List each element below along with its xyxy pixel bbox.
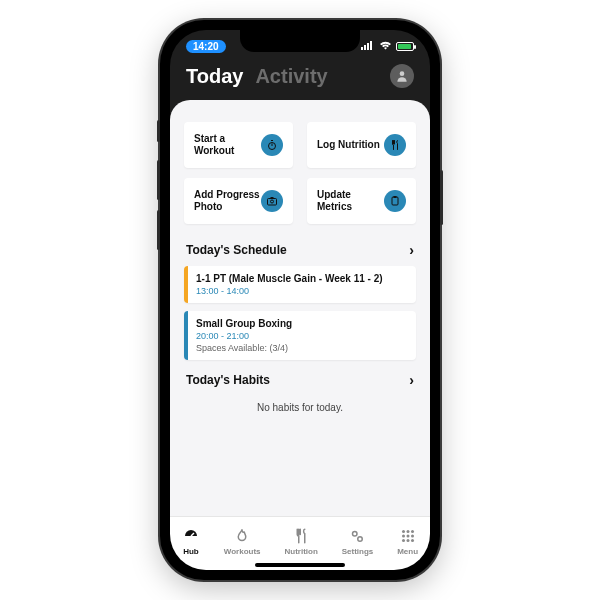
svg-point-15: [358, 537, 363, 542]
section-title: Today's Schedule: [186, 243, 287, 257]
nav-workouts[interactable]: Workouts: [224, 527, 261, 556]
svg-point-23: [406, 539, 409, 542]
bottom-nav: Hub Workouts Nutrition Settings: [170, 516, 430, 570]
flame-icon: [233, 527, 251, 545]
quick-action-label: Add Progress Photo: [194, 189, 261, 214]
svg-rect-0: [361, 47, 363, 50]
user-icon: [395, 69, 409, 83]
side-button: [440, 170, 443, 225]
svg-point-18: [411, 530, 414, 533]
svg-rect-3: [370, 41, 372, 50]
stopwatch-icon: [261, 134, 283, 156]
svg-point-9: [271, 200, 274, 203]
phone-frame: 14:20 Today Activity Start a Workou: [160, 20, 440, 580]
svg-point-22: [402, 539, 405, 542]
nav-hub[interactable]: Hub: [182, 527, 200, 556]
content-area[interactable]: Start a Workout Log Nutrition Add Progre…: [170, 100, 430, 516]
chevron-right-icon: ›: [409, 372, 414, 388]
schedule-item-meta: Spaces Available: (3/4): [196, 343, 406, 353]
tab-activity[interactable]: Activity: [255, 65, 327, 88]
tab-today[interactable]: Today: [186, 65, 243, 88]
svg-rect-2: [367, 43, 369, 50]
status-icons: [361, 41, 414, 52]
svg-point-14: [353, 532, 358, 537]
grid-icon: [399, 527, 417, 545]
svg-point-21: [411, 535, 414, 538]
start-workout-button[interactable]: Start a Workout: [184, 122, 293, 168]
nav-menu[interactable]: Menu: [397, 527, 418, 556]
svg-point-20: [406, 535, 409, 538]
screen: 14:20 Today Activity Start a Workou: [170, 30, 430, 570]
schedule-item[interactable]: 1-1 PT (Male Muscle Gain - Week 11 - 2) …: [184, 266, 416, 303]
header: Today Activity: [170, 58, 430, 100]
gears-icon: [348, 527, 366, 545]
schedule-item-title: Small Group Boxing: [196, 318, 406, 329]
schedule-item-title: 1-1 PT (Male Muscle Gain - Week 11 - 2): [196, 273, 406, 284]
status-time: 14:20: [186, 40, 226, 53]
chevron-right-icon: ›: [409, 242, 414, 258]
quick-action-label: Start a Workout: [194, 133, 261, 158]
side-button: [157, 120, 160, 142]
habits-header[interactable]: Today's Habits ›: [184, 368, 416, 396]
svg-point-19: [402, 535, 405, 538]
avatar[interactable]: [390, 64, 414, 88]
svg-rect-6: [271, 140, 273, 141]
nav-label: Workouts: [224, 547, 261, 556]
wifi-icon: [379, 41, 392, 52]
svg-point-24: [411, 539, 414, 542]
log-nutrition-button[interactable]: Log Nutrition: [307, 122, 416, 168]
home-indicator[interactable]: [255, 563, 345, 567]
nav-label: Nutrition: [284, 547, 317, 556]
nav-label: Hub: [183, 547, 199, 556]
svg-rect-8: [268, 199, 277, 206]
schedule-item-time: 20:00 - 21:00: [196, 331, 406, 341]
schedule-item[interactable]: Small Group Boxing 20:00 - 21:00 Spaces …: [184, 311, 416, 360]
signal-icon: [361, 41, 375, 52]
quick-action-label: Update Metrics: [317, 189, 384, 214]
nav-settings[interactable]: Settings: [342, 527, 374, 556]
schedule-header[interactable]: Today's Schedule ›: [184, 238, 416, 266]
quick-action-label: Log Nutrition: [317, 139, 380, 152]
quick-actions: Start a Workout Log Nutrition Add Progre…: [184, 122, 416, 224]
svg-rect-12: [394, 196, 397, 198]
add-progress-photo-button[interactable]: Add Progress Photo: [184, 178, 293, 224]
nav-nutrition[interactable]: Nutrition: [284, 527, 317, 556]
gauge-icon: [182, 527, 200, 545]
battery-icon: [396, 42, 414, 51]
update-metrics-button[interactable]: Update Metrics: [307, 178, 416, 224]
nav-label: Settings: [342, 547, 374, 556]
camera-icon: [261, 190, 283, 212]
side-button: [157, 160, 160, 200]
nav-label: Menu: [397, 547, 418, 556]
schedule-item-time: 13:00 - 14:00: [196, 286, 406, 296]
notch: [240, 30, 360, 52]
utensils-icon: [384, 134, 406, 156]
svg-rect-10: [271, 197, 274, 199]
svg-rect-1: [364, 45, 366, 50]
section-title: Today's Habits: [186, 373, 270, 387]
svg-rect-11: [392, 197, 398, 205]
utensils-icon: [292, 527, 310, 545]
svg-point-17: [406, 530, 409, 533]
clipboard-icon: [384, 190, 406, 212]
svg-point-4: [400, 71, 405, 76]
habits-empty-text: No habits for today.: [184, 396, 416, 427]
side-button: [157, 210, 160, 250]
svg-point-16: [402, 530, 405, 533]
